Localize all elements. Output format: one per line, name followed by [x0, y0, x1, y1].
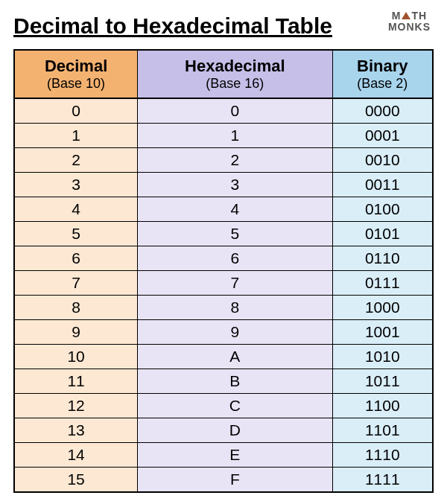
logo-text-m: M — [392, 10, 402, 22]
cell-binary: 1100 — [332, 394, 433, 418]
cell-hex: 8 — [138, 296, 332, 320]
cell-binary: 0010 — [332, 148, 433, 173]
cell-decimal: 11 — [14, 369, 138, 394]
cell-binary: 0101 — [332, 222, 433, 246]
header-binary-base: (Base 2) — [333, 76, 432, 92]
cell-hex: E — [138, 443, 332, 468]
cell-hex: A — [138, 345, 332, 369]
table-row: 11B1011 — [14, 369, 433, 394]
cell-decimal: 7 — [14, 271, 138, 296]
cell-binary: 0111 — [332, 271, 433, 296]
table-row: 14E1110 — [14, 443, 433, 468]
header-hex-name: Hexadecimal — [138, 57, 332, 76]
cell-hex: 3 — [138, 173, 332, 197]
cell-hex: 6 — [138, 246, 332, 271]
table-row: 991001 — [14, 320, 433, 345]
cell-decimal: 1 — [14, 124, 138, 148]
cell-decimal: 2 — [14, 148, 138, 173]
table-row: 550101 — [14, 222, 433, 246]
cell-hex: 7 — [138, 271, 332, 296]
page-title: Decimal to Hexadecimal Table — [13, 13, 434, 39]
header-decimal-base: (Base 10) — [15, 76, 137, 92]
cell-hex: 9 — [138, 320, 332, 345]
cell-hex: B — [138, 369, 332, 394]
cell-decimal: 10 — [14, 345, 138, 369]
cell-hex: F — [138, 468, 332, 493]
table-row: 220010 — [14, 148, 433, 173]
table-row: 440100 — [14, 197, 433, 222]
cell-decimal: 13 — [14, 418, 138, 443]
cell-decimal: 12 — [14, 394, 138, 418]
header-hexadecimal: Hexadecimal (Base 16) — [138, 50, 332, 98]
header-binary-name: Binary — [333, 57, 432, 76]
table-row: 000000 — [14, 98, 433, 124]
cell-decimal: 9 — [14, 320, 138, 345]
header-binary: Binary (Base 2) — [332, 50, 433, 98]
cell-binary: 1110 — [332, 443, 433, 468]
table-row: 13D1101 — [14, 418, 433, 443]
cell-hex: D — [138, 418, 332, 443]
cell-binary: 0110 — [332, 246, 433, 271]
table-row: 15F1111 — [14, 468, 433, 493]
cell-binary: 0100 — [332, 197, 433, 222]
header-decimal-name: Decimal — [15, 57, 137, 76]
brand-logo: MTH MONKS — [388, 10, 431, 34]
cell-hex: 1 — [138, 124, 332, 148]
cell-binary: 1011 — [332, 369, 433, 394]
cell-binary: 0011 — [332, 173, 433, 197]
cell-decimal: 3 — [14, 173, 138, 197]
header-hex-base: (Base 16) — [138, 76, 332, 92]
table-row: 330011 — [14, 173, 433, 197]
cell-binary: 1010 — [332, 345, 433, 369]
table-row: 660110 — [14, 246, 433, 271]
cell-decimal: 8 — [14, 296, 138, 320]
cell-hex: 5 — [138, 222, 332, 246]
cell-hex: C — [138, 394, 332, 418]
cell-decimal: 5 — [14, 222, 138, 246]
cell-binary: 0001 — [332, 124, 433, 148]
cell-decimal: 0 — [14, 98, 138, 124]
logo-text-th: TH — [411, 10, 427, 22]
cell-binary: 1101 — [332, 418, 433, 443]
table-row: 881000 — [14, 296, 433, 320]
table-row: 12C1100 — [14, 394, 433, 418]
cell-hex: 4 — [138, 197, 332, 222]
cell-binary: 1000 — [332, 296, 433, 320]
cell-hex: 0 — [138, 98, 332, 124]
table-row: 770111 — [14, 271, 433, 296]
table-row: 110001 — [14, 124, 433, 148]
cell-hex: 2 — [138, 148, 332, 173]
table-row: 10A1010 — [14, 345, 433, 369]
cell-decimal: 6 — [14, 246, 138, 271]
cell-decimal: 4 — [14, 197, 138, 222]
cell-binary: 1001 — [332, 320, 433, 345]
cell-binary: 1111 — [332, 468, 433, 493]
table-body: 0000001100012200103300114401005501016601… — [14, 98, 433, 492]
cell-decimal: 14 — [14, 443, 138, 468]
cell-binary: 0000 — [332, 98, 433, 124]
conversion-table: Decimal (Base 10) Hexadecimal (Base 16) … — [13, 49, 434, 493]
header-decimal: Decimal (Base 10) — [14, 50, 138, 98]
triangle-icon — [402, 12, 410, 19]
cell-decimal: 15 — [14, 468, 138, 493]
logo-text-monks: MONKS — [388, 22, 431, 33]
